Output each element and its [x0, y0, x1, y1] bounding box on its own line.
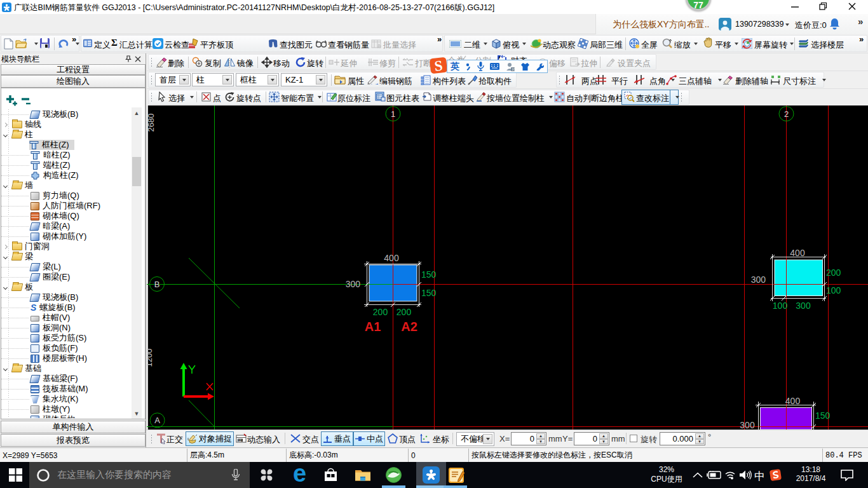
svg-text:1: 1 [391, 109, 395, 119]
svg-text:A: A [154, 416, 160, 425]
svg-text:A2: A2 [401, 320, 417, 334]
svg-text:16: 16 [512, 67, 515, 71]
svg-text:A1: A1 [365, 320, 381, 334]
svg-text:150: 150 [421, 269, 437, 280]
svg-text:150: 150 [815, 410, 831, 421]
svg-text:100: 100 [773, 301, 788, 311]
svg-text:12: 12 [238, 438, 242, 442]
svg-text:1200: 1200 [147, 349, 154, 367]
svg-text:2: 2 [784, 109, 789, 119]
svg-text:300: 300 [751, 274, 766, 285]
svg-text:2680: 2680 [147, 114, 156, 132]
svg-text:400: 400 [790, 248, 805, 258]
svg-text:400: 400 [384, 253, 399, 263]
svg-text:300: 300 [740, 420, 755, 430]
svg-text:100: 100 [826, 285, 841, 295]
svg-text:200: 200 [826, 268, 841, 278]
svg-text:200: 200 [397, 307, 412, 317]
svg-text:400: 400 [785, 396, 801, 406]
svg-text:200: 200 [373, 307, 388, 317]
svg-text:150: 150 [421, 288, 437, 298]
svg-text:300: 300 [796, 301, 811, 311]
svg-text:B: B [154, 280, 160, 289]
svg-text:300: 300 [346, 279, 361, 289]
svg-text:S: S [433, 57, 443, 74]
